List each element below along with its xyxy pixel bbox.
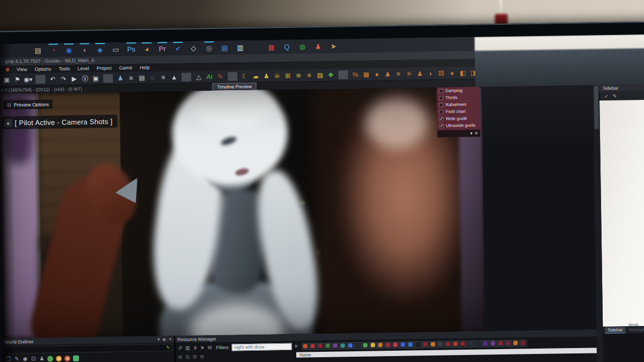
asset-type-swatch[interactable] [504, 339, 511, 346]
menu-item[interactable]: Options [34, 66, 51, 71]
toolbar-icon[interactable]: ▶ [69, 73, 79, 84]
toolbar-icon[interactable]: Ⓥ [80, 73, 90, 84]
toolbar-icon[interactable]: ♟ [383, 68, 392, 79]
guide-checkbox[interactable] [439, 110, 443, 114]
outliner-filter-badge[interactable] [73, 355, 79, 361]
toolbar-icon[interactable]: ◧ [458, 67, 467, 78]
filter-input[interactable] [232, 343, 292, 351]
taskbar-app-icon[interactable]: ▥ [233, 41, 246, 54]
guide-option[interactable]: Wide guide [439, 115, 478, 122]
asset-type-swatch[interactable] [377, 342, 384, 349]
taskbar-app-icon[interactable]: ✔ [171, 42, 184, 55]
toolbar-icon[interactable]: ▦ [361, 68, 371, 80]
asset-type-swatch[interactable] [309, 343, 316, 350]
toolbar-icon[interactable]: ▤ [137, 71, 147, 83]
resource-tool-icon[interactable]: ▤ [200, 354, 204, 359]
taskbar-app-icon[interactable]: ◍ [296, 40, 309, 53]
guide-option[interactable]: Ultrawide guide [440, 122, 478, 129]
toolbar-icon[interactable]: ♟ [415, 68, 425, 79]
resource-tool-icon[interactable]: ▤ [193, 354, 197, 359]
guide-checkbox[interactable] [439, 103, 443, 107]
asset-type-swatch[interactable] [317, 342, 324, 349]
taskbar-app-icon[interactable]: ➤ [327, 39, 340, 52]
toolbar-icon[interactable]: ♟ [115, 72, 125, 84]
asset-type-swatch[interactable] [347, 342, 354, 349]
toolbar-icon[interactable]: ▣ [91, 73, 100, 84]
toolbar-icon[interactable]: ● [372, 68, 382, 80]
outliner-filter-badge[interactable] [47, 356, 53, 361]
taskbar-app-icon[interactable]: Pr [156, 42, 169, 55]
taskbar-app-icon[interactable]: Ps [125, 42, 137, 55]
taskbar-app-icon[interactable]: ▤ [31, 44, 44, 57]
toolbar-icon[interactable]: ≡ [304, 69, 314, 81]
asset-type-swatch[interactable] [414, 341, 421, 348]
outliner-tool-icon[interactable]: ✎ [14, 355, 19, 362]
taskbar-app-icon[interactable]: ◉ [62, 44, 75, 56]
resource-tool-icon[interactable]: ▤ [186, 354, 190, 359]
toolbar-icon[interactable]: ▣ [2, 74, 11, 85]
taskbar-app-icon[interactable]: ▭ [109, 42, 122, 55]
toolbar-icon[interactable]: AI [204, 70, 214, 82]
sidebar-content[interactable] [599, 100, 644, 327]
sidebar-tool-icon[interactable]: ✓ [604, 93, 609, 99]
toolbar-icon[interactable]: ✎ [215, 70, 225, 82]
menu-item[interactable]: View [17, 67, 27, 72]
asset-type-swatch[interactable] [467, 340, 474, 347]
taskbar-app-icon[interactable]: bd [249, 41, 262, 54]
menu-item[interactable]: Help [140, 65, 150, 70]
taskbar-app-icon[interactable]: ◔ [47, 44, 60, 56]
asset-type-swatch[interactable] [339, 342, 346, 349]
asset-type-swatch[interactable] [362, 342, 369, 349]
asset-type-swatch[interactable] [399, 341, 406, 348]
taskbar-app-icon[interactable]: ▤ [218, 41, 231, 54]
scrollbar-thumb[interactable] [594, 86, 599, 129]
toolbar-icon[interactable]: ❖ [326, 69, 335, 81]
guide-checkbox[interactable] [439, 96, 443, 100]
taskbar-app-icon[interactable]: ◕ [140, 42, 153, 55]
toolbar-icon[interactable] [181, 73, 191, 81]
guides-close-button[interactable]: ✕ [474, 131, 478, 135]
outliner-filter-badge[interactable]: O [64, 355, 70, 361]
sidebar-footer-tab-active[interactable]: Sidebar [605, 327, 626, 334]
toolbar-icon[interactable]: ✳ [404, 68, 414, 79]
guide-checkbox[interactable] [440, 124, 444, 128]
guide-option[interactable]: Rabatment [439, 101, 478, 108]
edit-pencil-icon[interactable]: ✎ [166, 345, 170, 350]
toolbar-icon[interactable]: △ [194, 71, 203, 83]
toolbar-icon[interactable] [35, 75, 45, 83]
toolbar-icon[interactable]: ☁ [251, 70, 260, 82]
resource-tool-icon[interactable]: ⋔ [193, 345, 197, 350]
guides-collapse-button[interactable]: ▾ [470, 131, 472, 135]
close-icon[interactable]: ✕ [169, 337, 172, 342]
toolbar-icon[interactable]: ◌ [148, 71, 157, 83]
toolbar-icon[interactable]: ◉▾ [23, 73, 33, 85]
toolbar-icon[interactable]: ↷ [58, 73, 68, 84]
toolbar-icon[interactable]: ⚑ [12, 74, 22, 85]
guide-checkbox[interactable] [439, 89, 443, 93]
taskbar-app-icon[interactable]: ◗ [78, 43, 91, 56]
toolbar-icon[interactable]: ☠ [272, 70, 282, 82]
guide-option[interactable]: Damping [439, 87, 478, 95]
toolbar-icon[interactable]: ⊞ [283, 69, 292, 81]
asset-type-swatch[interactable] [437, 341, 444, 347]
taskbar-app-icon[interactable]: Q [280, 40, 293, 53]
guide-option[interactable]: Thirds [439, 94, 478, 102]
asset-type-swatch[interactable] [512, 339, 519, 346]
taskbar-app-icon[interactable]: ◈ [93, 43, 106, 56]
outliner-tool-icon[interactable]: ◉ [23, 355, 27, 362]
asset-type-swatch[interactable] [459, 340, 466, 347]
menu-item[interactable]: Game [119, 65, 133, 70]
taskbar-app-icon[interactable]: ◇ [187, 41, 200, 54]
toolbar-icon[interactable]: ≡ [158, 71, 168, 83]
asset-type-swatch[interactable] [422, 341, 429, 348]
toolbar-icon[interactable]: ⚄ [436, 67, 446, 79]
asset-type-swatch[interactable] [474, 340, 481, 347]
resource-tool-icon[interactable]: ↺ [178, 345, 182, 351]
sidebar-tool-icon[interactable]: ✎ [613, 93, 617, 99]
asset-type-swatch[interactable] [489, 340, 496, 347]
asset-type-swatch[interactable] [452, 341, 459, 347]
toolbar-icon[interactable] [228, 72, 237, 81]
menu-item[interactable]: Level [77, 66, 89, 71]
asset-type-swatch[interactable] [324, 342, 331, 349]
toolbar-icon[interactable]: ≡ [126, 72, 136, 84]
